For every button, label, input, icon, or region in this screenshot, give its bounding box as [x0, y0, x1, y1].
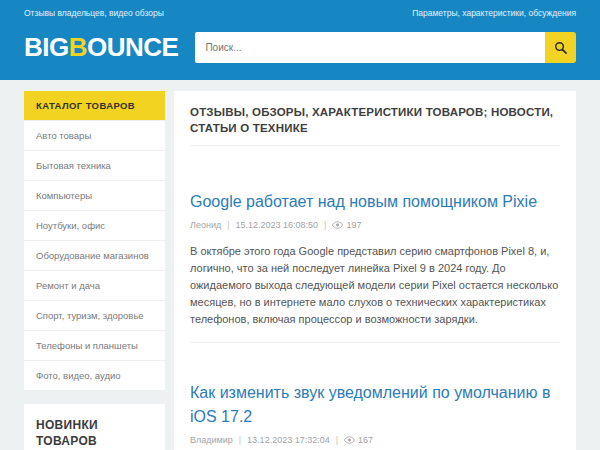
search-icon — [554, 41, 567, 54]
new-products-widget: НОВИНКИ ТОВАРОВ Ванна Roca Ming — [24, 404, 165, 450]
article-meta: Леонид | 15.12.2023 16:08:50 | 197 — [190, 220, 560, 230]
eye-icon — [332, 221, 343, 229]
sidebar: КАТАЛОГ ТОВАРОВ Авто товары Бытовая техн… — [24, 91, 165, 450]
article-author: Леонид — [190, 220, 221, 230]
article-excerpt: В октябре этого года Google представил с… — [190, 243, 560, 328]
views-counter: 167 — [344, 435, 373, 445]
views-counter: 197 — [332, 220, 361, 230]
topbar-link-specs[interactable]: Параметры, характеристики, обсуждения — [412, 8, 576, 18]
sidebar-item-computers[interactable]: Компьютеры — [24, 180, 165, 210]
views-count: 197 — [346, 220, 361, 230]
catalog-menu-title: КАТАЛОГ ТОВАРОВ — [24, 91, 165, 120]
meta-separator: | — [227, 220, 229, 230]
sidebar-item-auto[interactable]: Авто товары — [24, 120, 165, 150]
topbar: Отзывы владельцев, видео обзоры Параметр… — [24, 8, 576, 18]
sidebar-item-appliances[interactable]: Бытовая техника — [24, 150, 165, 180]
article-pixie: Google работает над новым помощником Pix… — [190, 190, 560, 343]
site-header: Отзывы владельцев, видео обзоры Параметр… — [0, 0, 600, 80]
logo-text-2: OUNCE — [87, 32, 178, 62]
logo-accent-letter: B — [69, 32, 87, 62]
article-author: Владимир — [190, 435, 233, 445]
sidebar-item-repair-dacha[interactable]: Ремонт и дача — [24, 270, 165, 300]
search-button[interactable] — [545, 32, 576, 63]
article-datetime: 13.12.2023 17:32:04 — [247, 435, 330, 445]
divider — [190, 145, 560, 146]
page-body: КАТАЛОГ ТОВАРОВ Авто товары Бытовая техн… — [0, 80, 600, 450]
catalog-menu: КАТАЛОГ ТОВАРОВ Авто товары Бытовая техн… — [24, 91, 165, 390]
sidebar-item-sport-tourism-health[interactable]: Спорт, туризм, здоровье — [24, 300, 165, 330]
article-title-link[interactable]: Как изменить звук уведомлений по умолчан… — [190, 381, 560, 427]
article-meta: Владимир | 13.12.2023 17:32:04 | 167 — [190, 435, 560, 445]
sidebar-item-store-equipment[interactable]: Оборудование магазинов — [24, 240, 165, 270]
page-title: ОТЗЫВЫ, ОБЗОРЫ, ХАРАКТЕРИСТИКИ ТОВАРОВ; … — [190, 105, 560, 136]
topbar-link-reviews[interactable]: Отзывы владельцев, видео обзоры — [24, 8, 164, 18]
new-products-title: НОВИНКИ ТОВАРОВ — [36, 418, 128, 449]
brand-row: BIGBOUNCE — [24, 32, 576, 63]
article-datetime: 15.12.2023 16:08:50 — [236, 220, 319, 230]
sidebar-item-photo-video-audio[interactable]: Фото, видео, аудио — [24, 360, 165, 390]
sidebar-item-phones-tablets[interactable]: Телефоны и планшеты — [24, 330, 165, 360]
sidebar-item-laptops-office[interactable]: Ноутбуки, офис — [24, 210, 165, 240]
logo-text-1: BIG — [24, 32, 69, 62]
views-count: 167 — [358, 435, 373, 445]
article-ios-sound: Как изменить звук уведомлений по умолчан… — [190, 381, 560, 450]
meta-separator: | — [324, 220, 326, 230]
search-bar — [195, 32, 576, 63]
meta-separator: | — [239, 435, 241, 445]
site-logo[interactable]: BIGBOUNCE — [24, 32, 178, 63]
search-input[interactable] — [195, 32, 545, 63]
main-content: ОТЗЫВЫ, ОБЗОРЫ, ХАРАКТЕРИСТИКИ ТОВАРОВ; … — [174, 91, 576, 450]
meta-separator: | — [336, 435, 338, 445]
article-title-link[interactable]: Google работает над новым помощником Pix… — [190, 190, 560, 213]
eye-icon — [344, 436, 355, 444]
